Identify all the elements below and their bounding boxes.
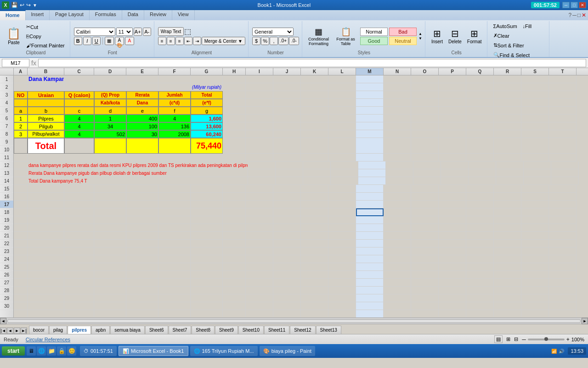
view-page-break-button[interactable]: ⊟ — [514, 336, 518, 342]
cell-d27[interactable] — [94, 287, 126, 294]
cell-o2[interactable] — [411, 83, 439, 91]
cell-h4[interactable] — [223, 99, 246, 107]
cell-i17[interactable] — [246, 208, 273, 216]
cell-s30[interactable] — [521, 310, 549, 317]
cell-l9[interactable] — [328, 138, 356, 154]
cell-k14[interactable] — [301, 185, 328, 193]
cell-f24[interactable] — [158, 263, 191, 271]
row-num-30[interactable]: 30 — [0, 302, 13, 310]
cell-k19[interactable] — [301, 224, 328, 232]
col-header-m[interactable]: M — [356, 68, 384, 75]
cell-n24[interactable] — [384, 263, 411, 271]
cell-g28[interactable] — [191, 294, 223, 302]
cell-m25[interactable] — [356, 271, 384, 279]
sheet-prev-button[interactable]: ◄ — [7, 328, 13, 334]
cell-q17[interactable] — [466, 208, 494, 216]
sheet-tab-8[interactable]: Sheet8 — [192, 326, 215, 334]
cell-n25[interactable] — [384, 271, 411, 279]
cell-c9[interactable] — [64, 138, 94, 154]
view-normal-button[interactable]: ▤ — [494, 335, 503, 343]
cell-o28[interactable] — [411, 294, 439, 302]
cell-a28[interactable] — [14, 294, 28, 302]
cell-a30[interactable] — [14, 310, 28, 317]
cell-q1[interactable] — [466, 75, 494, 83]
cell-c18[interactable] — [64, 216, 94, 224]
cell-e25[interactable] — [126, 271, 158, 279]
cell-k4[interactable] — [301, 99, 328, 107]
cell-h24[interactable] — [223, 263, 246, 271]
cell-d29[interactable] — [94, 302, 126, 310]
cell-k13[interactable] — [303, 177, 331, 185]
cell-e4[interactable]: Dana — [126, 99, 158, 107]
cell-m29[interactable] — [356, 302, 384, 310]
cell-n27[interactable] — [384, 287, 411, 294]
col-header-r[interactable]: R — [494, 68, 521, 75]
cell-l23[interactable] — [328, 255, 356, 263]
cell-n9[interactable] — [384, 138, 411, 154]
cell-b8[interactable]: Pilbup/walkot — [28, 130, 64, 138]
currency-button[interactable]: $ — [252, 37, 260, 45]
cell-n22[interactable] — [384, 247, 411, 255]
cell-h21[interactable] — [223, 240, 246, 247]
row-num-6[interactable]: 6 — [0, 115, 13, 122]
align-right-button[interactable]: ≡ — [175, 37, 184, 45]
cell-p13[interactable] — [441, 177, 469, 185]
cell-i14[interactable] — [246, 185, 273, 193]
cell-r3[interactable] — [494, 91, 521, 99]
cell-t17[interactable] — [549, 208, 577, 216]
cell-q3[interactable] — [466, 91, 494, 99]
cell-a15[interactable] — [14, 193, 28, 201]
cell-f15[interactable] — [158, 193, 191, 201]
cell-d24[interactable] — [94, 263, 126, 271]
cell-q12[interactable] — [469, 169, 496, 177]
cell-r19[interactable] — [494, 224, 521, 232]
cell-n23[interactable] — [384, 255, 411, 263]
cell-n28[interactable] — [384, 294, 411, 302]
cell-d8[interactable]: 502 — [94, 130, 126, 138]
cell-i22[interactable] — [246, 247, 273, 255]
cell-o22[interactable] — [411, 247, 439, 255]
cell-a2[interactable] — [14, 83, 28, 91]
cell-p27[interactable] — [439, 287, 466, 294]
cell-m20[interactable] — [356, 232, 384, 240]
cell-k15[interactable] — [301, 193, 328, 201]
cell-p22[interactable] — [439, 247, 466, 255]
tab-data[interactable]: Data — [122, 10, 144, 20]
cell-n13[interactable] — [386, 177, 413, 185]
cell-r29[interactable] — [494, 302, 521, 310]
quick-access-save[interactable]: 💾 — [11, 2, 18, 8]
paste-button[interactable]: 📋 Paste — [5, 26, 23, 46]
cell-h27[interactable] — [223, 287, 246, 294]
cell-r25[interactable] — [494, 271, 521, 279]
cell-f5[interactable]: f — [158, 107, 191, 115]
cell-n7[interactable] — [384, 122, 411, 130]
cell-b22[interactable] — [28, 247, 64, 255]
cell-s26[interactable] — [521, 279, 549, 287]
row-num-21[interactable]: 21 — [0, 232, 13, 240]
cell-i23[interactable] — [246, 255, 273, 263]
cell-e28[interactable] — [126, 294, 158, 302]
cell-q2[interactable] — [466, 83, 494, 91]
cell-r15[interactable] — [494, 193, 521, 201]
cell-c19[interactable] — [64, 224, 94, 232]
cell-s22[interactable] — [521, 247, 549, 255]
cell-o3[interactable] — [411, 91, 439, 99]
zoom-slider[interactable] — [528, 339, 565, 340]
col-header-c[interactable]: C — [64, 68, 94, 75]
cell-f29[interactable] — [158, 302, 191, 310]
cell-i11[interactable] — [248, 161, 276, 169]
row-num-26[interactable]: 26 — [0, 271, 13, 279]
cell-o19[interactable] — [411, 224, 439, 232]
cell-n17[interactable] — [384, 208, 411, 216]
cell-l22[interactable] — [328, 247, 356, 255]
cell-f18[interactable] — [158, 216, 191, 224]
cell-d15[interactable] — [94, 193, 126, 201]
cell-e17[interactable] — [126, 208, 158, 216]
cell-e29[interactable] — [126, 302, 158, 310]
cell-n4[interactable] — [384, 99, 411, 107]
cell-t11[interactable] — [551, 161, 579, 169]
cell-l21[interactable] — [328, 240, 356, 247]
sheet-tab-13[interactable]: Sheet13 — [316, 326, 341, 334]
row-num-20[interactable]: 20 — [0, 224, 13, 232]
cell-f16[interactable] — [158, 201, 191, 208]
